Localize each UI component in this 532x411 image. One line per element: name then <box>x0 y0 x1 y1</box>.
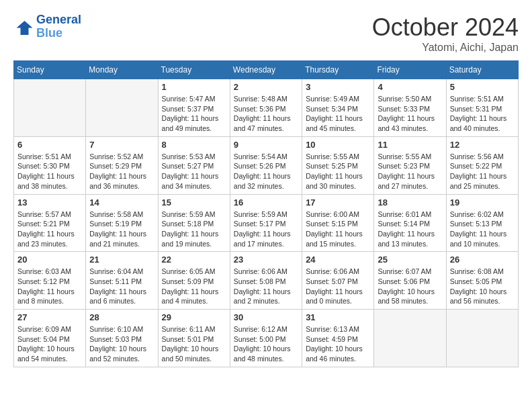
day-info: Sunrise: 6:10 AM Sunset: 5:03 PM Dayligh… <box>89 324 154 364</box>
page-header: General Blue October 2024 Yatomi, Aichi,… <box>13 13 519 54</box>
day-cell: 2Sunrise: 5:48 AM Sunset: 5:36 PM Daylig… <box>230 79 302 137</box>
day-cell: 19Sunrise: 6:02 AM Sunset: 5:13 PM Dayli… <box>446 194 518 252</box>
day-number: 18 <box>378 197 442 208</box>
day-number: 10 <box>306 140 370 150</box>
day-number: 31 <box>306 312 370 322</box>
day-number: 14 <box>89 197 154 208</box>
day-number: 11 <box>378 140 442 150</box>
col-header-monday: Monday <box>86 61 158 79</box>
day-cell: 31Sunrise: 6:13 AM Sunset: 4:59 PM Dayli… <box>302 310 374 367</box>
day-number: 15 <box>162 197 226 208</box>
day-number: 2 <box>234 82 298 92</box>
day-info: Sunrise: 6:07 AM Sunset: 5:06 PM Dayligh… <box>378 267 442 306</box>
day-info: Sunrise: 5:50 AM Sunset: 5:33 PM Dayligh… <box>378 94 442 134</box>
calendar-table: SundayMondayTuesdayWednesdayThursdayFrid… <box>13 60 519 367</box>
week-row-2: 13Sunrise: 5:57 AM Sunset: 5:21 PM Dayli… <box>14 194 519 252</box>
day-info: Sunrise: 5:51 AM Sunset: 5:31 PM Dayligh… <box>450 94 515 134</box>
day-info: Sunrise: 6:00 AM Sunset: 5:15 PM Dayligh… <box>306 210 370 249</box>
day-number: 23 <box>234 255 298 265</box>
day-number: 1 <box>162 82 226 92</box>
day-cell: 30Sunrise: 6:12 AM Sunset: 5:00 PM Dayli… <box>230 310 302 367</box>
day-info: Sunrise: 5:55 AM Sunset: 5:25 PM Dayligh… <box>306 152 370 191</box>
week-row-0: 1Sunrise: 5:47 AM Sunset: 5:37 PM Daylig… <box>14 79 519 137</box>
day-cell <box>86 79 158 137</box>
col-header-sunday: Sunday <box>14 61 86 79</box>
day-number: 22 <box>162 255 226 265</box>
day-cell: 3Sunrise: 5:49 AM Sunset: 5:34 PM Daylig… <box>302 79 374 137</box>
day-info: Sunrise: 6:06 AM Sunset: 5:07 PM Dayligh… <box>306 267 370 306</box>
day-number: 6 <box>17 140 82 150</box>
day-info: Sunrise: 6:08 AM Sunset: 5:05 PM Dayligh… <box>450 267 515 306</box>
day-info: Sunrise: 6:02 AM Sunset: 5:13 PM Dayligh… <box>450 210 515 249</box>
day-number: 29 <box>162 312 226 322</box>
week-row-3: 20Sunrise: 6:03 AM Sunset: 5:12 PM Dayli… <box>14 252 519 310</box>
day-cell: 9Sunrise: 5:54 AM Sunset: 5:26 PM Daylig… <box>230 136 302 194</box>
day-info: Sunrise: 6:04 AM Sunset: 5:11 PM Dayligh… <box>89 267 154 306</box>
day-cell: 16Sunrise: 5:59 AM Sunset: 5:17 PM Dayli… <box>230 194 302 252</box>
week-row-1: 6Sunrise: 5:51 AM Sunset: 5:30 PM Daylig… <box>14 136 519 194</box>
day-cell: 12Sunrise: 5:56 AM Sunset: 5:22 PM Dayli… <box>446 136 518 194</box>
col-header-friday: Friday <box>374 61 446 79</box>
day-number: 20 <box>17 255 82 265</box>
day-number: 12 <box>450 140 515 150</box>
col-header-tuesday: Tuesday <box>158 61 230 79</box>
day-number: 28 <box>89 312 154 322</box>
day-info: Sunrise: 5:51 AM Sunset: 5:30 PM Dayligh… <box>17 152 82 191</box>
day-info: Sunrise: 5:53 AM Sunset: 5:27 PM Dayligh… <box>162 152 226 191</box>
day-number: 30 <box>234 312 298 322</box>
day-cell: 4Sunrise: 5:50 AM Sunset: 5:33 PM Daylig… <box>374 79 446 137</box>
location: Yatomi, Aichi, Japan <box>372 42 519 54</box>
day-info: Sunrise: 5:55 AM Sunset: 5:23 PM Dayligh… <box>378 152 442 191</box>
day-cell: 10Sunrise: 5:55 AM Sunset: 5:25 PM Dayli… <box>302 136 374 194</box>
day-cell <box>446 310 518 367</box>
day-info: Sunrise: 6:06 AM Sunset: 5:08 PM Dayligh… <box>234 267 298 306</box>
day-cell: 29Sunrise: 6:11 AM Sunset: 5:01 PM Dayli… <box>158 310 230 367</box>
day-cell: 20Sunrise: 6:03 AM Sunset: 5:12 PM Dayli… <box>14 252 86 310</box>
day-info: Sunrise: 5:48 AM Sunset: 5:36 PM Dayligh… <box>234 94 298 134</box>
day-info: Sunrise: 5:52 AM Sunset: 5:29 PM Dayligh… <box>89 152 154 191</box>
day-cell: 28Sunrise: 6:10 AM Sunset: 5:03 PM Dayli… <box>86 310 158 367</box>
day-number: 13 <box>17 197 82 208</box>
day-number: 17 <box>306 197 370 208</box>
day-info: Sunrise: 5:59 AM Sunset: 5:17 PM Dayligh… <box>234 210 298 249</box>
day-headers-row: SundayMondayTuesdayWednesdayThursdayFrid… <box>14 61 519 79</box>
day-cell: 5Sunrise: 5:51 AM Sunset: 5:31 PM Daylig… <box>446 79 518 137</box>
day-cell: 24Sunrise: 6:06 AM Sunset: 5:07 PM Dayli… <box>302 252 374 310</box>
day-number: 26 <box>450 255 515 265</box>
day-number: 3 <box>306 82 370 92</box>
day-info: Sunrise: 5:58 AM Sunset: 5:19 PM Dayligh… <box>89 210 154 249</box>
day-cell: 8Sunrise: 5:53 AM Sunset: 5:27 PM Daylig… <box>158 136 230 194</box>
day-info: Sunrise: 5:59 AM Sunset: 5:18 PM Dayligh… <box>162 210 226 249</box>
day-info: Sunrise: 5:49 AM Sunset: 5:34 PM Dayligh… <box>306 94 370 134</box>
day-info: Sunrise: 5:47 AM Sunset: 5:37 PM Dayligh… <box>162 94 226 134</box>
day-info: Sunrise: 6:03 AM Sunset: 5:12 PM Dayligh… <box>17 267 82 306</box>
day-number: 5 <box>450 82 515 92</box>
day-info: Sunrise: 6:13 AM Sunset: 4:59 PM Dayligh… <box>306 324 370 364</box>
day-cell: 14Sunrise: 5:58 AM Sunset: 5:19 PM Dayli… <box>86 194 158 252</box>
day-cell <box>14 79 86 137</box>
day-cell: 18Sunrise: 6:01 AM Sunset: 5:14 PM Dayli… <box>374 194 446 252</box>
day-info: Sunrise: 5:56 AM Sunset: 5:22 PM Dayligh… <box>450 152 515 191</box>
day-number: 7 <box>89 140 154 150</box>
day-number: 16 <box>234 197 298 208</box>
day-info: Sunrise: 6:09 AM Sunset: 5:04 PM Dayligh… <box>17 324 82 364</box>
day-number: 9 <box>234 140 298 150</box>
col-header-wednesday: Wednesday <box>230 61 302 79</box>
day-info: Sunrise: 5:57 AM Sunset: 5:21 PM Dayligh… <box>17 210 82 249</box>
day-cell: 7Sunrise: 5:52 AM Sunset: 5:29 PM Daylig… <box>86 136 158 194</box>
svg-marker-0 <box>17 21 33 35</box>
day-cell: 6Sunrise: 5:51 AM Sunset: 5:30 PM Daylig… <box>14 136 86 194</box>
day-number: 4 <box>378 82 442 92</box>
logo-icon <box>13 17 34 37</box>
day-cell: 22Sunrise: 6:05 AM Sunset: 5:09 PM Dayli… <box>158 252 230 310</box>
day-number: 19 <box>450 197 515 208</box>
day-info: Sunrise: 6:01 AM Sunset: 5:14 PM Dayligh… <box>378 210 442 249</box>
day-cell: 11Sunrise: 5:55 AM Sunset: 5:23 PM Dayli… <box>374 136 446 194</box>
day-cell: 27Sunrise: 6:09 AM Sunset: 5:04 PM Dayli… <box>14 310 86 367</box>
day-cell: 17Sunrise: 6:00 AM Sunset: 5:15 PM Dayli… <box>302 194 374 252</box>
day-info: Sunrise: 6:11 AM Sunset: 5:01 PM Dayligh… <box>162 324 226 364</box>
logo-text: General Blue <box>36 13 81 40</box>
day-cell: 23Sunrise: 6:06 AM Sunset: 5:08 PM Dayli… <box>230 252 302 310</box>
logo: General Blue <box>13 13 81 40</box>
day-cell: 26Sunrise: 6:08 AM Sunset: 5:05 PM Dayli… <box>446 252 518 310</box>
